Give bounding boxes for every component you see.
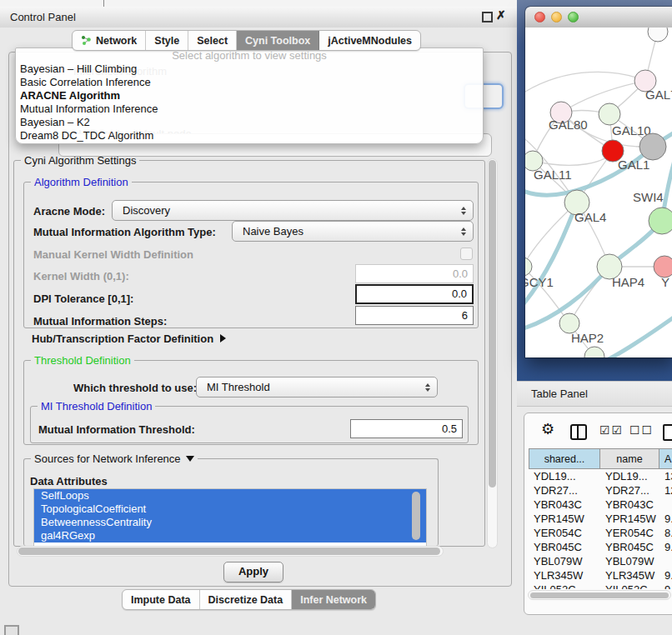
network-canvas[interactable]: GAL7GAL80GAL10GAL1GAL11SWI4GAL4GCY1HAP4Y…: [525, 28, 672, 358]
table-row[interactable]: YLR345WYLR345W9.: [529, 568, 672, 582]
kernel-width-label: Kernel Width (0,1):: [33, 270, 129, 282]
screen: { "colors": { "selection_blue": "#3875D6…: [0, 0, 672, 635]
mi-threshold-field[interactable]: 0.5: [350, 419, 463, 438]
hub-definition-expander[interactable]: Hub/Transcription Factor Definition: [32, 332, 226, 345]
table-row[interactable]: YDR27...YDR27...12: [529, 483, 672, 498]
network-node[interactable]: [648, 28, 668, 42]
table-row[interactable]: YDL19...YDL19...13: [529, 469, 672, 483]
table-row[interactable]: YIL052CYIL052C9: [529, 582, 672, 589]
network-node-label: GAL1: [618, 158, 649, 172]
unchecked-columns-icon[interactable]: ☐☐: [629, 423, 654, 437]
algorithm-dropdown: Select algorithm to view settings Bayesi…: [15, 48, 484, 144]
network-node-label: Y: [661, 275, 669, 289]
table-cell: YER054C: [529, 526, 600, 540]
tab-impute-data[interactable]: Impute Data: [123, 590, 200, 609]
mac-minimize-icon[interactable]: [551, 12, 562, 22]
table-cell: YBR043C: [529, 498, 600, 512]
algorithm-option-bayesian-hill-climbing[interactable]: Bayesian – Hill Climbing: [16, 62, 483, 76]
network-node-gcy1[interactable]: [525, 258, 532, 276]
settings-vscroll-thumb[interactable]: [489, 160, 496, 488]
settings-hscroll-thumb[interactable]: [18, 548, 440, 555]
close-icon[interactable]: ✗: [496, 8, 506, 22]
network-node-gal10[interactable]: [599, 103, 620, 125]
table-cell: 8.: [659, 526, 672, 540]
table-panel-title: Table Panel: [531, 388, 588, 400]
columns-icon[interactable]: [570, 424, 587, 440]
document-icon[interactable]: [663, 424, 672, 441]
table-cell: YBR045C: [600, 540, 659, 554]
mi-steps-field[interactable]: 6: [355, 306, 474, 325]
table-cell: YBL079W: [529, 554, 600, 568]
restore-icon[interactable]: [482, 12, 493, 22]
table-cell: 9.: [659, 568, 672, 582]
data-attributes-label: Data Attributes: [30, 475, 108, 488]
network-view-window[interactable]: GAL7GAL80GAL10GAL1GAL11SWI4GAL4GCY1HAP4Y…: [525, 7, 672, 358]
table-cell: YPR145W: [529, 512, 600, 526]
tab-discretize-data[interactable]: Discretize Data: [200, 590, 293, 609]
network-window-titlebar[interactable]: [525, 7, 672, 28]
bottom-corner-icon[interactable]: [4, 625, 19, 635]
sources-title-text: Sources for Network Inference: [34, 452, 181, 465]
network-node[interactable]: [639, 133, 666, 160]
checked-columns-icon[interactable]: ☑☑: [599, 423, 624, 437]
tab-select[interactable]: Select: [188, 31, 237, 50]
table-cell: YDL19...: [600, 469, 659, 483]
table-cell: YBR045C: [529, 540, 600, 554]
manual-kernel-checkbox[interactable]: [460, 248, 473, 260]
panel-tabbar: NetworkStyleSelectCyni ToolboxjActiveMNo…: [72, 30, 421, 51]
apply-button[interactable]: Apply: [223, 562, 283, 582]
tab-jactivemnodules[interactable]: jActiveMNodules: [319, 31, 420, 50]
algorithm-definition-title: Algorithm Definition: [31, 176, 132, 188]
attribute-item-betweennesscentrality[interactable]: BetweennessCentrality: [34, 516, 426, 529]
table-row[interactable]: YBR043CYBR043C: [529, 498, 672, 512]
table-cell: YPR145W: [600, 512, 659, 526]
network-node-label: GAL80: [549, 118, 588, 132]
table-row[interactable]: YER054CYER054C8.: [529, 526, 672, 540]
table-row[interactable]: YPR145WYPR145W9.: [529, 512, 672, 526]
column-header-name[interactable]: name: [600, 448, 659, 469]
mac-close-icon[interactable]: [534, 12, 545, 22]
collapse-down-icon[interactable]: [186, 456, 194, 462]
which-threshold-label: Which threshold to use:: [73, 382, 197, 394]
attribute-item-gal4rgexp[interactable]: gal4RGexp: [34, 529, 426, 542]
which-threshold-combo[interactable]: MI Threshold: [196, 377, 438, 398]
table-cell: YDR27...: [529, 483, 600, 498]
column-header-partial[interactable]: A: [659, 448, 672, 469]
network-node-label: GAL4: [574, 210, 606, 224]
tab-cyni-toolbox[interactable]: Cyni Toolbox: [237, 31, 319, 50]
gear-icon[interactable]: ⚙: [541, 422, 554, 437]
mi-type-label: Mutual Information Algorithm Type:: [33, 226, 216, 238]
table-panel-titlebar: Table Panel: [517, 381, 672, 407]
algorithm-option-basic-correlation-inference[interactable]: Basic Correlation Inference: [16, 76, 483, 89]
kernel-width-field[interactable]: 0.0: [355, 264, 474, 283]
table-row[interactable]: YBL079WYBL079W: [529, 554, 672, 568]
dpi-tolerance-field[interactable]: 0.0: [355, 284, 474, 304]
table-cell: 12: [659, 483, 672, 498]
algorithm-option-bayesian-k2[interactable]: Bayesian – K2: [16, 116, 483, 129]
algorithm-option-mutual-information-inference[interactable]: Mutual Information Inference: [16, 102, 483, 116]
table-hscroll-thumb[interactable]: [530, 592, 669, 598]
network-node-label: GAL7: [645, 88, 672, 102]
mac-zoom-icon[interactable]: [568, 12, 579, 22]
spinner-arrows-icon: [461, 228, 466, 236]
tab-infer-network[interactable]: Infer Network: [292, 590, 375, 609]
tab-network[interactable]: Network: [73, 31, 146, 50]
attribute-item-selfloops[interactable]: SelfLoops: [34, 489, 426, 502]
aracne-mode-label: Aracne Mode:: [33, 205, 105, 218]
aracne-mode-combo[interactable]: Discovery: [112, 200, 474, 221]
mi-type-combo[interactable]: Naive Bayes: [232, 221, 474, 242]
tab-style[interactable]: Style: [146, 31, 188, 50]
table-body: YDL19...YDL19...13YDR27...YDR27...12YBR0…: [529, 469, 672, 589]
aracne-mode-value: Discovery: [123, 204, 170, 217]
column-header-shared-name[interactable]: shared...: [529, 448, 600, 469]
network-node-swi4[interactable]: [649, 208, 672, 234]
threshold-definition-title: Threshold Definition: [31, 354, 134, 367]
table-row[interactable]: YBR045CYBR045C9.: [529, 540, 672, 554]
table-cell: YIL052C: [529, 582, 600, 589]
attr-list-scrollbar-thumb[interactable]: [412, 492, 420, 540]
algorithm-option-aracne-algorithm[interactable]: ARACNE Algorithm: [16, 89, 483, 102]
attribute-item-topologicalcoefficient[interactable]: TopologicalCoefficient: [34, 502, 426, 516]
algorithm-option-dream8-dc-tdc-algorithm[interactable]: Dream8 DC_TDC Algorithm: [16, 129, 483, 142]
table-header: shared... name A: [529, 448, 672, 469]
network-icon: [81, 35, 92, 46]
